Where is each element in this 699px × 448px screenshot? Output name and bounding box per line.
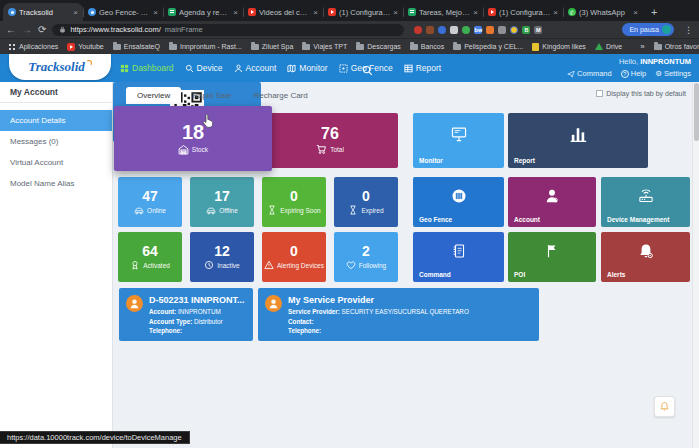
sidebar-item-account-details[interactable]: Account Details: [0, 110, 112, 131]
reload-icon[interactable]: ⟳: [38, 25, 46, 35]
bookmark-kingdom-likes[interactable]: Kingdom likes: [532, 43, 586, 51]
browser-tab-tracksolid[interactable]: Tracksolid ×: [3, 3, 83, 21]
profile-avatar: [662, 25, 671, 34]
extension-icon[interactable]: [438, 26, 446, 34]
bookmark-folder-viajes[interactable]: Viajes TPT: [302, 43, 347, 50]
bookmarks-overflow-icon[interactable]: »: [640, 42, 644, 51]
whatsapp-favicon: [568, 8, 576, 16]
stat-tile-inactive[interactable]: 12 Inactive: [190, 232, 254, 282]
shortcut-device-management[interactable]: Device Management: [601, 177, 690, 227]
shortcut-poi[interactable]: POI: [508, 232, 596, 282]
page-scrollbar[interactable]: [692, 82, 699, 448]
help-link[interactable]: ? Help: [621, 69, 646, 78]
extension-icon[interactable]: [498, 26, 506, 34]
tab-close-icon[interactable]: ×: [633, 8, 638, 17]
sidebar-item-model-name-alias[interactable]: Model Name Alias: [0, 173, 112, 194]
bookmark-folder-innprontum[interactable]: Innprontum - Rast...: [169, 43, 242, 50]
shortcut-alerts[interactable]: Alerts: [601, 232, 690, 282]
shortcut-geo-fence[interactable]: Geo Fence: [413, 177, 504, 227]
browser-tab-configuracion-2[interactable]: (1) Configuracion ×: [483, 3, 563, 21]
tab-recharge-card[interactable]: Recharge Card: [242, 87, 318, 104]
warning-icon: [264, 260, 274, 270]
nav-device[interactable]: Device: [185, 63, 223, 73]
tracksolid-favicon: [8, 8, 16, 16]
bookmark-drive[interactable]: Drive: [595, 43, 622, 50]
bookmarks-bar: Aplicaciones Youtube EnsalsateQ Innpront…: [0, 38, 699, 54]
browser-tab-configuracion-1[interactable]: (1) Configuracion ×: [323, 3, 403, 21]
router-icon: [637, 189, 654, 204]
shortcut-label: Geo Fence: [419, 216, 452, 223]
sidebar-item-messages[interactable]: Messages (0): [0, 131, 112, 152]
tab-close-icon[interactable]: ×: [233, 8, 238, 17]
youtube-favicon: [248, 8, 256, 16]
extension-icon[interactable]: [426, 26, 434, 34]
stat-tile-alerting-devices[interactable]: 0 Alerting Devices: [262, 232, 326, 282]
extension-icon[interactable]: B: [522, 26, 530, 34]
shortcut-report[interactable]: Report: [508, 113, 648, 168]
tab-label: Agenda y registro: [179, 8, 230, 17]
bookmark-aplicaciones[interactable]: Aplicaciones: [8, 43, 58, 51]
browser-tab-videos[interactable]: Videos del canal ×: [243, 3, 323, 21]
stat-tile-activated[interactable]: 64 Activated: [118, 232, 182, 282]
notification-bell-button[interactable]: [654, 396, 675, 417]
online-label: Online: [147, 207, 166, 214]
bookmark-youtube[interactable]: Youtube: [67, 43, 103, 51]
shortcut-monitor[interactable]: Monitor: [413, 113, 504, 168]
extension-icon[interactable]: [462, 26, 470, 34]
tab-overview[interactable]: Overview: [126, 87, 181, 104]
extension-icon[interactable]: [414, 26, 422, 34]
tracksolid-logo[interactable]: Tracksolid: [9, 54, 111, 80]
tab-close-icon[interactable]: ×: [393, 8, 398, 17]
kingdom-likes-icon: [532, 43, 539, 51]
display-default-option: Display this tab by default: [596, 90, 686, 97]
extension-icon[interactable]: [486, 26, 494, 34]
nav-dashboard[interactable]: Dashboard: [120, 63, 174, 73]
bookmark-folder-ensalsateq[interactable]: EnsalsateQ: [113, 43, 160, 50]
nav-account[interactable]: Account: [234, 63, 277, 73]
address-bar[interactable]: https://www.tracksolid.com/mainFrame: [52, 24, 404, 36]
scrollbar-thumb[interactable]: [694, 83, 699, 141]
display-default-checkbox[interactable]: [596, 90, 603, 97]
stat-tile-expired[interactable]: 0 Expired: [334, 177, 398, 227]
extension-icon[interactable]: bw: [474, 26, 482, 34]
bookmark-folder-ziluet[interactable]: Ziluet Spa: [251, 43, 294, 50]
browser-tab-geofence[interactable]: Geo Fence- Track ×: [83, 3, 163, 21]
shortcut-command[interactable]: Command: [413, 232, 504, 282]
nav-monitor[interactable]: Monitor: [287, 63, 327, 73]
sidebar-item-virtual-account[interactable]: Virtual Account: [0, 152, 112, 173]
tab-close-icon[interactable]: ×: [153, 8, 158, 17]
stat-tile-expiring-soon[interactable]: 0 Expiring Soon: [262, 177, 326, 227]
stat-tile-following[interactable]: 2 Following: [334, 232, 398, 282]
alerting-devices-label: Alerting Devices: [277, 262, 324, 269]
back-icon[interactable]: ←: [6, 25, 16, 35]
stat-tile-offline[interactable]: 17 Offline: [190, 177, 254, 227]
bookmark-folder-descargas[interactable]: Descargas: [356, 43, 400, 50]
browser-tab-tareas[interactable]: Tareas, Mejoras, ×: [403, 3, 483, 21]
extension-icon[interactable]: [450, 26, 458, 34]
tab-close-icon[interactable]: ×: [553, 8, 558, 17]
search-icon[interactable]: [362, 62, 373, 80]
tab-close-icon[interactable]: ×: [73, 8, 78, 17]
stat-tile-online[interactable]: 47 Online: [118, 177, 182, 227]
stat-tile-stock[interactable]: 18 Stock: [114, 106, 272, 171]
browser-tab-agenda[interactable]: Agenda y registro ×: [163, 3, 243, 21]
new-tab-icon[interactable]: +: [651, 3, 657, 21]
browser-tab-whatsapp[interactable]: (3) WhatsApp ×: [563, 3, 643, 21]
tab-rapid-sale[interactable]: Rapid Sale: [181, 87, 242, 104]
extension-icon[interactable]: M: [534, 26, 542, 34]
other-bookmarks[interactable]: Otros favoritos: [654, 43, 699, 50]
forward-icon[interactable]: →: [22, 25, 32, 35]
bookmark-folder-pelispedia[interactable]: Pelispedia y CEL...: [453, 43, 523, 50]
command-link[interactable]: Command: [567, 69, 612, 78]
stat-tile-total[interactable]: 76 Total: [262, 113, 398, 168]
bookmark-folder-bancos[interactable]: Bancos: [410, 43, 444, 50]
extensions-area: bw B M: [414, 26, 542, 34]
profile-chip[interactable]: En pausa: [622, 23, 674, 36]
extension-icon[interactable]: [510, 26, 518, 34]
tab-close-icon[interactable]: ×: [473, 8, 478, 17]
settings-link[interactable]: ⚙ Settings: [655, 69, 691, 78]
tab-close-icon[interactable]: ×: [313, 8, 318, 17]
browser-menu-icon[interactable]: ⋮: [684, 25, 693, 35]
nav-report[interactable]: Report: [404, 63, 442, 73]
shortcut-account[interactable]: Account: [508, 177, 596, 227]
